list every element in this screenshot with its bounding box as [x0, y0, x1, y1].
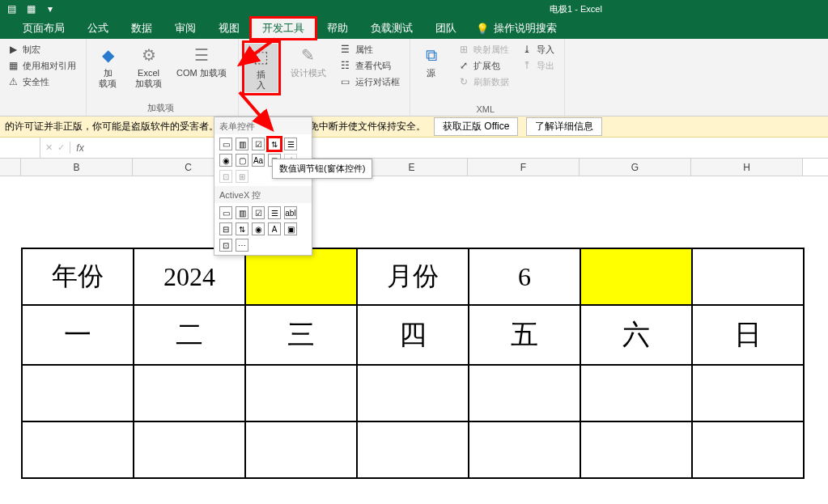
tab-help[interactable]: 帮助 [316, 18, 359, 39]
cell-month-value[interactable]: 6 [469, 248, 580, 305]
ribbon-tabs: 页面布局 公式 数据 审阅 视图 开发工具 帮助 负载测试 团队 💡 操作说明搜… [0, 18, 828, 39]
ax-combobox[interactable]: ▥ [236, 206, 248, 219]
calendar-cell[interactable] [245, 421, 357, 478]
tab-developer[interactable]: 开发工具 [251, 18, 316, 39]
expansion-pack[interactable]: ⤢扩展包 [456, 58, 511, 73]
run-dialog-button[interactable]: ▭运行对话框 [338, 74, 401, 89]
col-B[interactable]: B [21, 159, 133, 176]
col-E[interactable]: E [356, 159, 468, 176]
ax-checkbox[interactable]: ☑ [252, 206, 265, 219]
qat-dropdown-icon[interactable]: ▾ [44, 2, 57, 15]
code-icon: ☷ [339, 59, 352, 72]
col-G[interactable]: G [580, 159, 691, 176]
form-combobox[interactable]: ▥ [236, 138, 248, 150]
design-icon: ✎ [295, 44, 321, 66]
com-addins-button[interactable]: ☰ COM 加载项 [173, 42, 230, 80]
calendar-cell[interactable] [357, 421, 469, 478]
tab-loadtest[interactable]: 负载测试 [359, 18, 424, 39]
calendar-cell[interactable] [134, 365, 245, 421]
ax-image[interactable]: ▣ [284, 222, 297, 235]
ax-label[interactable]: A [268, 222, 281, 235]
activex-controls-label: ActiveX 控 [214, 186, 312, 203]
addins-button[interactable]: ◆ 加 载项 [91, 42, 124, 91]
weekday-fri[interactable]: 五 [469, 305, 580, 365]
weekday-sun[interactable]: 日 [692, 305, 804, 365]
ax-more[interactable]: ⋯ [236, 239, 248, 252]
tab-formulas[interactable]: 公式 [76, 18, 120, 39]
select-all-corner[interactable] [0, 159, 21, 176]
export-icon: ⤒ [520, 59, 533, 72]
form-optionbutton[interactable]: ◉ [219, 154, 232, 167]
calendar-cell[interactable] [469, 365, 580, 421]
cell-month-label[interactable]: 月份 [357, 248, 469, 305]
calendar-cell[interactable] [134, 421, 245, 478]
cell-year-label[interactable]: 年份 [22, 248, 134, 305]
macro-security[interactable]: ⚠安全性 [5, 74, 78, 89]
col-H[interactable]: H [691, 159, 803, 176]
xml-source-button[interactable]: ⧉ 源 [415, 42, 448, 80]
excel-addins-button[interactable]: ⚙ Excel 加载项 [132, 42, 165, 91]
tab-view[interactable]: 视图 [207, 18, 251, 39]
col-F[interactable]: F [468, 159, 580, 176]
weekday-sat[interactable]: 六 [580, 305, 692, 365]
calendar-cell[interactable] [22, 421, 134, 478]
name-box[interactable] [0, 138, 40, 158]
cell-year-spinner[interactable] [245, 248, 357, 305]
save-icon[interactable]: ▤ [5, 2, 18, 15]
calendar-cell[interactable] [692, 365, 804, 421]
weekday-thu[interactable]: 四 [357, 305, 469, 365]
form-controls-label: 表单控件 [214, 117, 312, 134]
form-listbox[interactable]: ☰ [284, 138, 297, 150]
tell-me-search[interactable]: 💡 操作说明搜索 [476, 21, 557, 36]
cell-empty[interactable] [692, 248, 804, 305]
ax-textbox[interactable]: abl [284, 206, 297, 219]
gear-icon: ⚙ [136, 44, 162, 66]
cell-month-spinner[interactable] [580, 248, 692, 305]
worksheet-grid[interactable]: 年份 2024 月份 6 一 二 三 四 五 六 日 [0, 176, 828, 504]
weekday-wed[interactable]: 三 [245, 305, 357, 365]
design-mode-button[interactable]: ✎ 设计模式 [287, 42, 329, 80]
ax-spinbutton[interactable]: ⇅ [236, 222, 248, 235]
enter-icon[interactable]: ✓ [57, 142, 65, 153]
insert-controls-button[interactable]: ⬚ 插 入 [245, 44, 278, 92]
form-label[interactable]: Aa [252, 154, 265, 167]
get-genuine-button[interactable]: 获取正版 Office [434, 117, 518, 136]
form-spinbutton[interactable]: ⇅ [268, 138, 281, 150]
ax-togglebutton[interactable]: ⊡ [219, 239, 232, 252]
form-button[interactable]: ▭ [219, 138, 232, 150]
weekday-mon[interactable]: 一 [22, 305, 134, 365]
table-icon[interactable]: ▦ [24, 2, 37, 15]
cell-year-value[interactable]: 2024 [134, 248, 245, 305]
calendar-cell[interactable] [692, 421, 804, 478]
ax-scrollbar[interactable]: ⊟ [219, 222, 232, 235]
learn-more-button[interactable]: 了解详细信息 [526, 117, 602, 136]
record-macro[interactable]: ▶制宏 [5, 42, 78, 57]
import-xml[interactable]: ⤓导入 [519, 42, 556, 57]
calendar-cell[interactable] [580, 421, 692, 478]
properties-button[interactable]: ☰属性 [338, 42, 401, 57]
tab-page-layout[interactable]: 页面布局 [11, 18, 76, 39]
calendar-cell[interactable] [580, 365, 692, 421]
calendar-cell[interactable] [357, 365, 469, 421]
ax-button[interactable]: ▭ [219, 206, 232, 219]
document-title: 电极1 - Excel [414, 3, 738, 15]
form-groupbox[interactable]: ▢ [236, 154, 248, 167]
view-code-button[interactable]: ☷查看代码 [338, 58, 401, 73]
formula-bar: ✕ ✓ fx [0, 138, 828, 159]
tab-review[interactable]: 审阅 [163, 18, 207, 39]
weekday-tue[interactable]: 二 [134, 305, 245, 365]
fx-label[interactable]: fx [70, 142, 90, 154]
calendar-cell[interactable] [245, 365, 357, 421]
tab-team[interactable]: 团队 [424, 18, 468, 39]
source-icon: ⧉ [418, 44, 444, 66]
cancel-icon[interactable]: ✕ [45, 142, 53, 153]
ax-optionbutton[interactable]: ◉ [252, 222, 265, 235]
relative-ref[interactable]: ▦使用相对引用 [5, 58, 78, 73]
puzzle-icon: ◆ [95, 44, 121, 66]
calendar-cell[interactable] [469, 421, 580, 478]
tab-data[interactable]: 数据 [120, 18, 163, 39]
ax-listbox[interactable]: ☰ [268, 206, 281, 219]
calendar-cell[interactable] [22, 365, 134, 421]
group-label-addins: 加载项 [91, 102, 230, 114]
form-checkbox[interactable]: ☑ [252, 138, 265, 150]
